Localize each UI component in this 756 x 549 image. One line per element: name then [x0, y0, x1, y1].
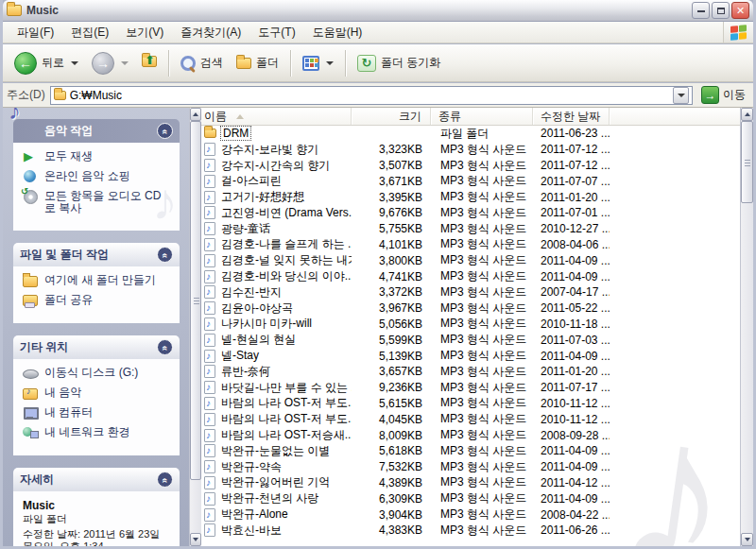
file-name[interactable]: 걸-아스피린	[219, 173, 284, 189]
collapse-chevron-icon[interactable]: «	[157, 339, 173, 355]
table-row[interactable]: 고진영-비연 (Drama Vers...9,676KBMP3 형식 사운드20…	[201, 205, 740, 221]
column-header-type[interactable]: 종류	[431, 108, 533, 125]
name-cell[interactable]: 강수지-보라빛 향기	[201, 142, 352, 158]
table-row[interactable]: 넬-현실의 현실5,599KBMP3 형식 사운드2011-07-03 ...	[201, 332, 740, 348]
close-button[interactable]: ✕	[731, 2, 749, 19]
file-name[interactable]: 바람의 나라 OST-저 부도...	[219, 395, 352, 411]
table-row[interactable]: 바람의 나라 OST-저 부도...5,615KBMP3 형식 사운드2010-…	[201, 396, 740, 412]
file-name[interactable]: 바람의 나라 OST-저 부도...	[219, 411, 352, 427]
table-row[interactable]: 나카시마 미카-will5,056KBMP3 형식 사운드2010-11-18 …	[201, 317, 740, 333]
name-cell[interactable]: 고진영-비연 (Drama Vers...	[201, 205, 352, 221]
name-cell[interactable]: 바람의 나라 OST-저 부도...	[201, 395, 352, 411]
panel-header-file-tasks[interactable]: 파일 및 폴더 작업 «	[13, 243, 180, 266]
task-label[interactable]: 내 컴퓨터	[44, 406, 93, 419]
task-item[interactable]: 폴더 공유	[23, 294, 172, 307]
table-row[interactable]: 바람의 나라 OST-저승새...8,009KBMP3 형식 사운드2008-0…	[201, 427, 740, 443]
table-row[interactable]: 박효신-바보4,383KBMP3 형식 사운드2011-06-26 ...	[201, 523, 740, 539]
file-name[interactable]: 박완규-약속	[219, 459, 284, 475]
sidebar-scrollbar[interactable]	[189, 108, 201, 546]
table-row[interactable]: 김경호-나를 슬프게 하는 ...4,101KBMP3 형식 사운드2008-0…	[201, 237, 740, 253]
name-cell[interactable]: 걸-아스피린	[201, 173, 352, 189]
collapse-chevron-icon[interactable]: «	[157, 472, 173, 488]
maximize-button[interactable]	[712, 2, 730, 19]
name-cell[interactable]: 김경호-비와 당신의 이야...	[201, 268, 352, 284]
task-label[interactable]: 내 음악	[44, 386, 81, 399]
task-item[interactable]: 모든 항목을 오디오 CD로 복사	[23, 190, 172, 214]
name-cell[interactable]: 류반-奈何	[201, 364, 352, 380]
scroll-up-button[interactable]	[190, 108, 201, 121]
collapse-chevron-icon[interactable]: «	[157, 123, 173, 139]
table-row[interactable]: 박완규-Alone3,904KBMP3 형식 사운드2008-04-22 ...	[201, 506, 740, 523]
folder-sync-button[interactable]: ↻ 폴더 동기화	[352, 52, 446, 75]
collapse-chevron-icon[interactable]: «	[157, 247, 173, 263]
scroll-down-button[interactable]	[741, 533, 753, 546]
column-header-date[interactable]: 수정한 날짜	[533, 108, 610, 125]
column-header-size[interactable]: 크기	[352, 108, 431, 125]
name-cell[interactable]: 김수진-반지	[201, 284, 352, 300]
table-row[interactable]: 박완규-약속7,532KBMP3 형식 사운드2011-04-09 ...	[201, 459, 740, 475]
scrollbar-thumb[interactable]	[190, 121, 201, 480]
table-row[interactable]: 김경호-널 잊지 못하는 내가3,800KBMP3 형식 사운드2011-04-…	[201, 252, 740, 268]
back-caret-icon[interactable]	[71, 61, 78, 65]
name-cell[interactable]: 박완규-천년의 사랑	[201, 490, 352, 506]
menu-item-0[interactable]: 파일(F)	[9, 22, 62, 43]
name-cell[interactable]: 박효신-바보	[201, 523, 352, 539]
task-item[interactable]: 내 음악	[23, 386, 172, 400]
views-button[interactable]	[297, 53, 339, 74]
name-cell[interactable]: 고거기-好想好想	[201, 189, 352, 205]
menu-item-5[interactable]: 도움말(H)	[304, 22, 371, 43]
name-cell[interactable]: 박완규-Alone	[201, 506, 352, 523]
name-cell[interactable]: 박완규-잃어버린 기억	[201, 474, 352, 490]
file-name[interactable]: 박효신-바보	[219, 523, 284, 539]
scroll-down-button[interactable]	[190, 533, 201, 546]
file-name[interactable]: 바닷길-나만 부를 수 있는 ...	[219, 380, 352, 396]
go-button[interactable]: → 이동	[697, 85, 749, 105]
table-row[interactable]: 걸-아스피린3,671KBMP3 형식 사운드2011-07-07 ...	[201, 173, 740, 189]
table-row[interactable]: 김수진-반지3,372KBMP3 형식 사운드2007-04-17 ...	[201, 284, 740, 300]
file-name[interactable]: 박완규-눈물없는 이별	[219, 443, 332, 459]
up-button[interactable]: ⬆	[136, 53, 163, 73]
file-name[interactable]: 김경호-비와 당신의 이야...	[219, 268, 352, 284]
file-name[interactable]: 류반-奈何	[219, 364, 272, 380]
task-label[interactable]: 내 네트워크 환경	[44, 426, 130, 438]
name-cell[interactable]: 나카시마 미카-will	[201, 316, 352, 332]
table-row[interactable]: 박완규-눈물없는 이별5,618KBMP3 형식 사운드2011-04-09 .…	[201, 443, 740, 459]
task-item[interactable]: 여기에 새 폴더 만들기	[23, 274, 172, 287]
name-cell[interactable]: 바닷길-나만 부를 수 있는 ...	[201, 380, 352, 396]
name-cell[interactable]: 강수지-시간속의 향기	[201, 158, 352, 174]
scrollbar-track[interactable]	[190, 121, 201, 533]
task-label[interactable]: 모두 재생	[44, 150, 93, 163]
menu-item-4[interactable]: 도구(T)	[249, 22, 303, 43]
file-name[interactable]: 넬-Stay	[219, 348, 261, 364]
panel-header-details[interactable]: 자세히 «	[13, 468, 180, 491]
file-name[interactable]: 김윤아-야상곡	[219, 300, 295, 317]
folders-button[interactable]: 폴더	[231, 52, 284, 74]
table-row[interactable]: DRM파일 폴더2011-06-23 ...	[201, 126, 740, 142]
back-button[interactable]: ← 뒤로	[9, 49, 84, 77]
scrollbar-track[interactable]	[741, 121, 753, 533]
task-item[interactable]: 온라인 음악 쇼핑	[23, 170, 172, 183]
menu-item-1[interactable]: 편집(E)	[62, 22, 117, 43]
name-cell[interactable]: 바람의 나라 OST-저승새...	[201, 427, 352, 443]
panel-header-music-tasks[interactable]: ♪ 음악 작업 «	[13, 119, 180, 143]
table-row[interactable]: 강수지-시간속의 향기3,507KBMP3 형식 사운드2011-07-12 .…	[201, 158, 740, 174]
table-row[interactable]: 고거기-好想好想3,395KBMP3 형식 사운드2011-01-20 ...	[201, 189, 740, 205]
table-row[interactable]: 김윤아-야상곡3,967KBMP3 형식 사운드2011-05-22 ...	[201, 300, 740, 317]
file-name[interactable]: 강수지-시간속의 향기	[219, 158, 332, 174]
name-cell[interactable]: 박완규-약속	[201, 459, 352, 475]
file-name[interactable]: 바람의 나라 OST-저승새...	[219, 427, 352, 443]
file-name[interactable]: 김경호-나를 슬프게 하는 ...	[219, 236, 352, 252]
table-row[interactable]: 류반-奈何3,657KBMP3 형식 사운드2011-01-20 ...	[201, 364, 740, 380]
task-label[interactable]: 여기에 새 폴더 만들기	[44, 274, 156, 286]
file-name[interactable]: 고진영-비연 (Drama Vers...	[219, 205, 352, 221]
task-item[interactable]: 이동식 디스크 (G:)	[23, 367, 172, 380]
table-row[interactable]: 박완규-천년의 사랑6,309KBMP3 형식 사운드2011-04-09 ..…	[201, 490, 740, 506]
task-item[interactable]: 모두 재생	[23, 150, 172, 163]
file-name[interactable]: 넬-현실의 현실	[219, 332, 298, 348]
filelist-scrollbar[interactable]	[740, 108, 753, 546]
file-name[interactable]: 강수지-보라빛 향기	[219, 142, 320, 158]
file-name[interactable]: 박완규-잃어버린 기억	[219, 474, 332, 490]
name-cell[interactable]: 넬-Stay	[201, 348, 352, 364]
name-cell[interactable]: 박완규-눈물없는 이별	[201, 443, 352, 459]
menu-item-3[interactable]: 즐겨찾기(A)	[172, 22, 249, 43]
